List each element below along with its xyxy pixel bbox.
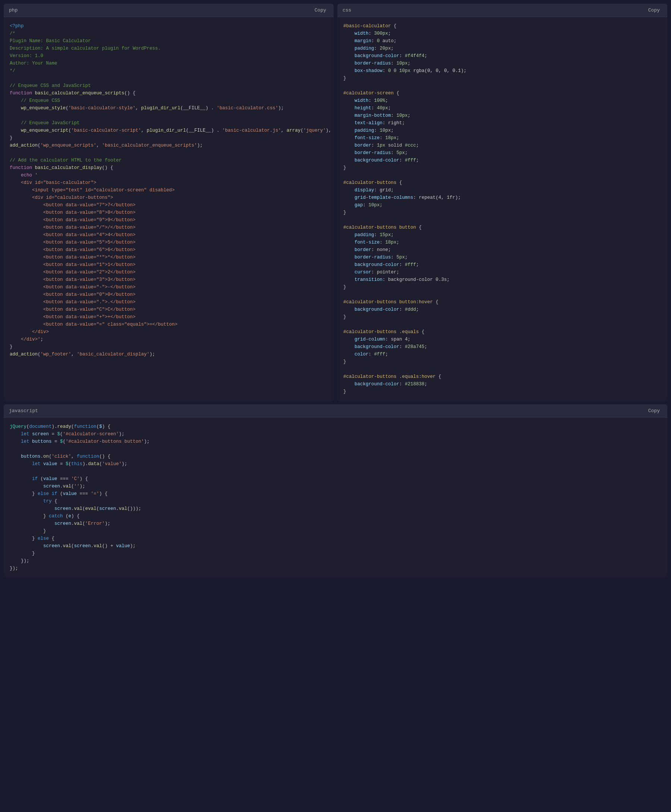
javascript-code-block: javascript Copy jQuery(document).ready(f…: [4, 404, 667, 577]
css-code-content: #basic-calculator { width: 300px; margin…: [337, 17, 667, 401]
css-lang-label: css: [342, 7, 351, 13]
php-lang-label: php: [9, 7, 17, 13]
php-code-content: <?php /* Plugin Name: Basic Calculator D…: [4, 17, 334, 363]
javascript-header: javascript Copy: [4, 404, 667, 418]
javascript-code-content: jQuery(document).ready(function($) { let…: [4, 418, 667, 577]
php-code-block: php Copy <?php /* Plugin Name: Basic Cal…: [4, 4, 334, 401]
css-copy-button[interactable]: Copy: [646, 7, 662, 14]
css-header: css Copy: [337, 4, 667, 17]
php-header: php Copy: [4, 4, 334, 17]
javascript-lang-label: javascript: [9, 408, 38, 414]
php-copy-button[interactable]: Copy: [312, 7, 329, 14]
javascript-copy-button[interactable]: Copy: [646, 407, 662, 415]
css-code-block: css Copy #basic-calculator { width: 300p…: [337, 4, 667, 401]
